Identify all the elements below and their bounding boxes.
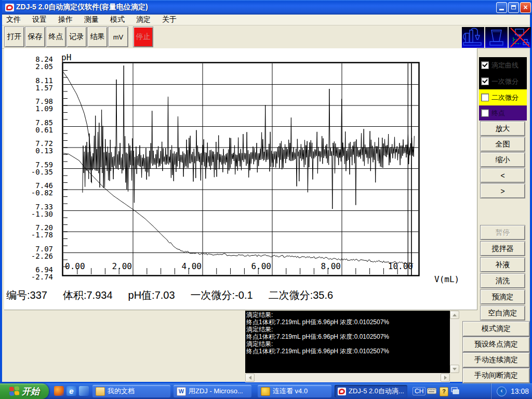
sample-number: 编号:337	[6, 289, 47, 301]
scroll-left-button[interactable]	[245, 374, 255, 382]
first-derivative-value: 一次微分:-0.1	[191, 289, 253, 301]
menu-measure[interactable]: 测量	[84, 15, 99, 24]
console-vertical-scrollbar[interactable]	[450, 311, 459, 373]
y-axis-tick-pair: 7.59 -0.35	[14, 161, 53, 176]
endpoint-button[interactable]: 终点	[46, 26, 66, 47]
beaker-icon	[485, 27, 508, 48]
zoom-in-button[interactable]: 放大	[480, 121, 525, 136]
toolbar: 打开 保存 终点 记录 结果 mV 停止	[2, 25, 530, 49]
endpoint-checkbox-icon[interactable]	[481, 109, 489, 117]
ie-icon[interactable]: e	[66, 386, 76, 396]
pan-left-button[interactable]: <	[480, 168, 525, 183]
arrow-up-icon	[453, 314, 457, 316]
keyboard-icon[interactable]	[427, 387, 436, 396]
second-derivative-value: 二次微分:35.6	[269, 289, 333, 301]
minimize-button[interactable]	[496, 2, 507, 13]
manual-continuous-titration-button[interactable]: 手动连续滴定	[462, 352, 530, 368]
task-label: 连连看 v4.0	[273, 387, 308, 396]
ph-axis-title: pH	[61, 52, 71, 62]
tray-window-icon[interactable]	[451, 387, 459, 397]
results-console: 滴定结果:终点1体积:7.219mL pH值:6.96pH 浓度:0.01025…	[245, 311, 459, 382]
checkbox-label: 一次微分	[491, 77, 518, 86]
open-button[interactable]: 打开	[4, 26, 24, 47]
menu-about[interactable]: 关于	[162, 15, 177, 24]
record-button[interactable]: 记录	[66, 26, 87, 47]
ph-value: pH值:7.03	[128, 289, 175, 301]
language-indicator[interactable]: CH	[413, 387, 425, 395]
y-axis-labels: 8.24 2.058.11 1.577.98 1.097.85 0.617.72…	[14, 48, 54, 287]
arrow-right-icon	[444, 376, 447, 380]
maximize-button[interactable]	[508, 2, 519, 13]
pan-right-button[interactable]: >	[480, 183, 525, 198]
folder-icon	[96, 387, 105, 396]
first-derivative-checkbox-icon[interactable]	[481, 77, 489, 85]
blank-titration-button[interactable]: 空白滴定	[480, 305, 525, 321]
rinse-button[interactable]: 清洗	[480, 273, 525, 288]
console-horizontal-scrollbar[interactable]	[245, 373, 450, 382]
close-button[interactable]	[520, 2, 531, 13]
titration-plot: 0.002.004.006.008.0010.00	[62, 62, 420, 277]
taskbar: 开始 e 我的文档 W 用ZDJ - Microso... 连连看 v4.0 Z…	[0, 383, 532, 399]
clock[interactable]: 13:08	[511, 387, 529, 395]
pause-button[interactable]: 暂停	[480, 225, 525, 240]
checkbox-label: 滴定曲线	[491, 61, 518, 70]
zoom-out-button[interactable]: 缩小	[480, 152, 525, 167]
checkbox-titration-curve[interactable]: 滴定曲线	[479, 57, 527, 73]
y-axis-tick-pair: 7.85 0.61	[14, 119, 53, 134]
refill-button[interactable]: 补液	[480, 257, 525, 272]
connection-error-icon	[509, 27, 531, 48]
y-axis-tick-pair: 7.72 0.13	[14, 140, 53, 154]
volume-value: 体积:7.934	[63, 289, 113, 301]
task-my-documents[interactable]: 我的文档	[92, 385, 170, 397]
menu-bar: 文件 设置 操作 测量 模式 滴定 关于	[2, 15, 530, 25]
x-axis-tick-label: 8.00	[321, 261, 341, 271]
arrow-left-icon	[249, 376, 251, 380]
menu-file[interactable]: 文件	[6, 15, 21, 24]
scroll-right-button[interactable]	[441, 374, 450, 382]
media-player-icon[interactable]	[54, 386, 64, 396]
scroll-down-button[interactable]	[450, 365, 459, 373]
checkbox-endpoint[interactable]: 终点	[479, 105, 527, 121]
measurement-status-line: 编号:337体积:7.934pH值:7.03一次微分:-0.1二次微分:35.6	[6, 288, 349, 302]
task-lianliankan[interactable]: 连连看 v4.0	[258, 385, 331, 397]
app-window: ZDJ-5 2.0自动滴定仪软件(容量电位滴定) 文件 设置 操作 测量 模式 …	[0, 0, 532, 383]
stirrer-button[interactable]: 搅拌器	[480, 241, 525, 256]
menu-mode[interactable]: 模式	[110, 15, 125, 24]
checkbox-second-derivative[interactable]: 二次微分	[479, 89, 527, 105]
x-axis-tick-label: 4.00	[181, 261, 202, 271]
y-axis-tick-pair: 8.11 1.57	[14, 77, 53, 91]
task-zdj5-app[interactable]: ZDJ-5 2.0自动滴...	[335, 385, 407, 397]
minimize-icon	[499, 9, 504, 10]
window-title: ZDJ-5 2.0自动滴定仪软件(容量电位滴定)	[16, 3, 495, 12]
mv-button[interactable]: mV	[108, 26, 128, 47]
start-button[interactable]: 开始	[0, 383, 49, 399]
x-axis-tick-label: 0.00	[65, 261, 85, 271]
menu-operation[interactable]: 操作	[58, 15, 73, 24]
titration-curve-checkbox-icon[interactable]	[481, 61, 489, 69]
preset-endpoint-titration-button[interactable]: 预设终点滴定	[462, 337, 530, 352]
mode-titration-button[interactable]: 模式滴定	[462, 321, 530, 337]
menu-settings[interactable]: 设置	[32, 15, 47, 24]
titrator-icon	[462, 27, 484, 48]
menu-titration[interactable]: 滴定	[136, 15, 151, 24]
save-button[interactable]: 保存	[25, 26, 45, 47]
messenger-icon[interactable]	[79, 386, 89, 396]
second-derivative-checkbox-icon[interactable]	[481, 94, 489, 101]
manual-intermittent-titration-button[interactable]: 手动间断滴定	[462, 368, 530, 383]
y-axis-tick-pair: 7.20 -1.78	[14, 224, 53, 238]
stop-button[interactable]: 停止	[133, 26, 153, 47]
y-axis-tick-pair: 7.33 -1.30	[14, 203, 53, 218]
pre-titration-button[interactable]: 预滴定	[480, 289, 525, 304]
y-axis-tick-pair: 7.46 -0.82	[14, 182, 53, 196]
help-tray-icon[interactable]: ?	[440, 387, 448, 396]
hide-icons-chevron-icon[interactable]	[497, 387, 507, 396]
start-label: 开始	[22, 385, 39, 397]
task-label: ZDJ-5 2.0自动滴...	[349, 387, 404, 396]
task-label: 用ZDJ - Microso...	[189, 387, 243, 396]
scroll-up-button[interactable]	[450, 311, 459, 319]
checkbox-first-derivative[interactable]: 一次微分	[479, 73, 527, 89]
result-button[interactable]: 结果	[87, 26, 108, 47]
full-view-button[interactable]: 全图	[480, 137, 525, 152]
task-word-document[interactable]: W 用ZDJ - Microso...	[174, 385, 251, 397]
zdj-app-icon	[338, 388, 346, 395]
